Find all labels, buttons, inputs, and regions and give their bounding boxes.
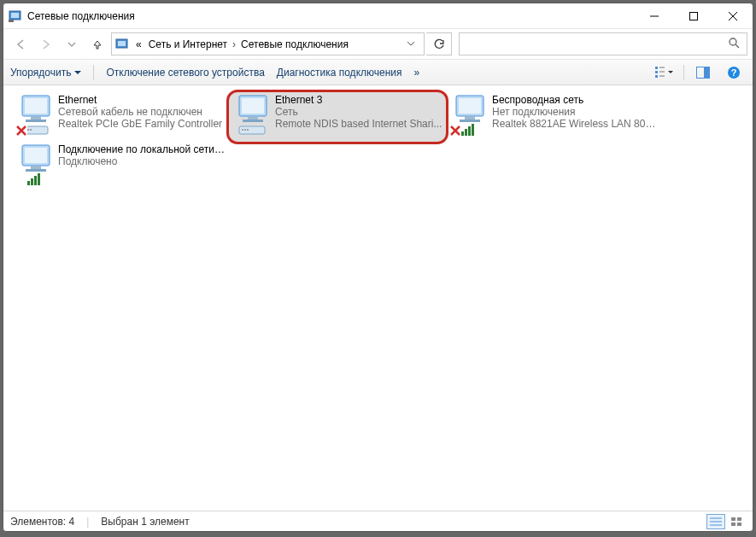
- connection-item[interactable]: Подключение по локальной сети* 2 Подключ…: [12, 142, 229, 191]
- breadcrumb-prefix: «: [132, 38, 145, 50]
- svg-point-38: [244, 129, 246, 131]
- close-button[interactable]: [713, 3, 753, 29]
- svg-rect-23: [31, 116, 41, 120]
- disable-device-button[interactable]: Отключение сетевого устройства: [106, 67, 264, 79]
- refresh-button[interactable]: [426, 32, 452, 55]
- network-adapter-icon: [15, 94, 58, 138]
- command-bar: Упорядочить Отключение сетевого устройст…: [3, 60, 753, 85]
- navigation-bar: « Сеть и Интернет › Сетевые подключения: [3, 29, 753, 60]
- svg-rect-33: [242, 98, 264, 114]
- connection-item[interactable]: Ethernet 3 Сеть Remote NDIS based Intern…: [229, 92, 446, 142]
- svg-rect-2: [9, 20, 14, 22]
- svg-rect-8: [118, 41, 126, 46]
- connection-status: Подключено: [58, 155, 226, 167]
- status-bar: Элементов: 4 | Выбран 1 элемент: [3, 511, 753, 531]
- network-connections-icon: [9, 9, 22, 23]
- svg-rect-52: [25, 148, 47, 163]
- connection-name: Беспроводная сеть: [492, 94, 659, 106]
- svg-point-28: [30, 129, 32, 131]
- svg-rect-57: [34, 176, 37, 185]
- svg-rect-64: [731, 522, 735, 526]
- network-adapter-icon: [449, 94, 492, 138]
- svg-point-39: [247, 129, 249, 131]
- content-area[interactable]: Ethernet Сетевой кабель не подключен Rea…: [3, 87, 753, 511]
- svg-rect-34: [248, 116, 258, 120]
- recent-locations-button[interactable]: [60, 32, 84, 56]
- svg-rect-46: [468, 126, 471, 136]
- address-bar[interactable]: « Сеть и Интернет › Сетевые подключения: [111, 32, 425, 55]
- svg-rect-35: [243, 120, 263, 122]
- minimize-button[interactable]: [635, 3, 674, 29]
- maximize-button[interactable]: [674, 3, 713, 29]
- back-button[interactable]: [9, 32, 32, 56]
- svg-point-27: [27, 129, 29, 131]
- forward-button[interactable]: [34, 32, 58, 56]
- up-button[interactable]: [85, 32, 109, 56]
- svg-rect-58: [38, 173, 40, 185]
- connection-item[interactable]: Ethernet Сетевой кабель не подключен Rea…: [12, 92, 229, 142]
- connection-device: Realtek 8821AE Wireless LAN 802....: [492, 118, 659, 130]
- connection-name: Ethernet: [58, 94, 226, 106]
- svg-rect-4: [690, 12, 698, 20]
- connection-device: Remote NDIS based Internet Shari...: [275, 118, 442, 130]
- svg-rect-44: [461, 131, 464, 136]
- diagnose-connection-button[interactable]: Диагностика подключения: [277, 67, 402, 79]
- svg-rect-56: [31, 178, 33, 185]
- svg-rect-53: [31, 166, 41, 169]
- svg-rect-54: [26, 169, 46, 172]
- window-title: Сетевые подключения: [27, 10, 635, 22]
- toolbar-overflow-button[interactable]: »: [414, 67, 420, 79]
- preview-pane-button[interactable]: [691, 63, 715, 82]
- search-input[interactable]: [459, 32, 747, 55]
- svg-rect-1: [11, 13, 19, 18]
- window-controls: [635, 3, 753, 29]
- details-view-button[interactable]: [706, 514, 725, 529]
- svg-rect-18: [704, 67, 709, 78]
- connection-status: Сеть: [275, 106, 442, 118]
- svg-rect-41: [459, 98, 481, 114]
- organize-menu[interactable]: Упорядочить: [10, 67, 81, 79]
- svg-rect-13: [655, 75, 658, 78]
- caret-down-icon: [74, 69, 81, 76]
- location-icon: [115, 38, 129, 51]
- svg-rect-43: [460, 120, 480, 122]
- svg-line-10: [735, 44, 739, 48]
- connection-status: Сетевой кабель не подключен: [58, 106, 226, 118]
- selection-count: Выбран 1 элемент: [101, 516, 189, 528]
- svg-rect-63: [737, 517, 741, 521]
- breadcrumb-item[interactable]: Сетевые подключения: [237, 38, 352, 50]
- svg-rect-11: [655, 67, 658, 69]
- connection-status: Нет подключения: [492, 106, 659, 118]
- svg-rect-22: [25, 98, 47, 114]
- svg-point-37: [242, 129, 243, 131]
- help-button[interactable]: ?: [722, 63, 746, 82]
- connection-name: Ethernet 3: [275, 94, 442, 106]
- network-adapter-icon: [232, 94, 275, 138]
- svg-rect-65: [737, 522, 741, 526]
- network-adapter-icon: [15, 143, 58, 188]
- svg-rect-42: [465, 116, 475, 120]
- connection-item[interactable]: Беспроводная сеть Нет подключения Realte…: [446, 92, 663, 142]
- svg-point-9: [730, 38, 736, 45]
- window-frame: Сетевые подключения « Сеть и Интернет › …: [3, 3, 753, 532]
- svg-rect-62: [731, 517, 735, 521]
- titlebar: Сетевые подключения: [3, 3, 753, 29]
- breadcrumb-item[interactable]: Сеть и Интернет: [145, 38, 231, 50]
- search-icon: [728, 37, 740, 51]
- svg-rect-45: [465, 129, 467, 136]
- chevron-down-icon[interactable]: [401, 38, 420, 50]
- change-view-button[interactable]: [653, 63, 677, 82]
- connection-device: Realtek PCIe GbE Family Controller: [58, 118, 226, 130]
- item-count: Элементов: 4: [10, 516, 74, 528]
- svg-rect-55: [27, 181, 30, 185]
- svg-rect-12: [655, 71, 658, 73]
- connection-name: Подключение по локальной сети* 2: [58, 143, 226, 155]
- svg-rect-24: [26, 120, 46, 122]
- svg-rect-47: [472, 124, 474, 136]
- large-icons-view-button[interactable]: [727, 514, 746, 529]
- chevron-right-icon[interactable]: ›: [231, 38, 237, 50]
- svg-text:?: ?: [731, 67, 737, 78]
